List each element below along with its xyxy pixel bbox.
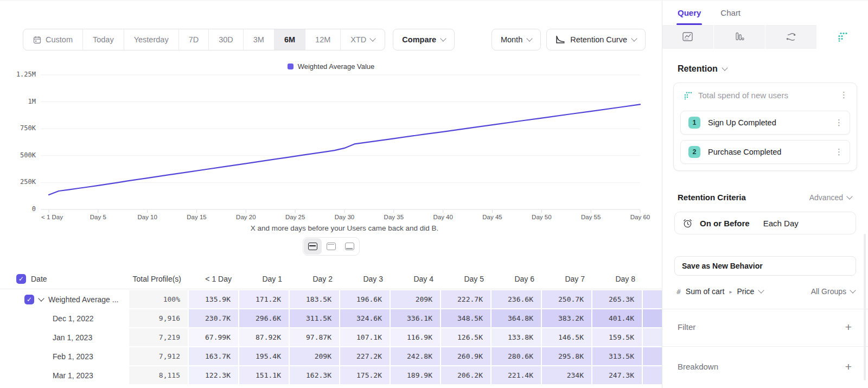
retention-chart: X and more days before your Users came b… [0, 58, 662, 237]
behavior-title-row[interactable]: Total spend of new users ⋮ [674, 83, 857, 105]
behavior-step-1[interactable]: 1 Sign Up Completed ⋮ [680, 111, 850, 135]
tab-chart-label: Chart [720, 8, 741, 17]
advanced-dropdown[interactable]: Advanced [809, 193, 852, 202]
select-all-checkbox[interactable] [16, 274, 26, 284]
retention-value-cell-partial [643, 328, 662, 347]
retention-value-cell: 265.3K [592, 290, 643, 309]
date-range-yesterday[interactable]: Yesterday [124, 29, 178, 50]
query-panel: Query Chart [662, 1, 868, 388]
retention-value-cell: 280.6K [492, 347, 542, 366]
report-type-insights[interactable] [662, 25, 713, 49]
number-property-icon: # [676, 288, 681, 296]
metric-selector[interactable]: # Sum of cart ▸ Price [676, 287, 763, 296]
tab-query[interactable]: Query [678, 1, 701, 25]
retention-value-cell: 67.99K [189, 328, 239, 347]
column-header-day-6[interactable]: Day 6 [492, 269, 542, 289]
kebab-menu-icon[interactable]: ⋮ [835, 148, 843, 156]
date-range-3m[interactable]: 3M [243, 29, 274, 50]
table-row[interactable]: Jan 1, 20237,21967.99K87.92K97.87K107.1K… [0, 328, 662, 347]
table-row[interactable]: Mar 1, 20238,115122.3K151.1K162.3K175.2K… [0, 366, 662, 385]
date-range-custom[interactable]: Custom [23, 29, 82, 50]
column-header-day-2[interactable]: Day 2 [290, 269, 340, 289]
column-header--1-day[interactable]: < 1 Day [189, 269, 239, 289]
retention-value-cell: 236.6K [492, 290, 542, 309]
chevron-down-icon [370, 35, 376, 41]
granularity-dropdown[interactable]: Month [492, 29, 541, 50]
retention-value-cell: 311.5K [290, 309, 340, 328]
column-header-day-1[interactable]: Day 1 [239, 269, 290, 289]
retention-curve-plot [0, 58, 662, 237]
table-row[interactable]: Feb 1, 20237,912163.7K195.4K209K227.2K24… [0, 347, 662, 366]
column-header-day-3[interactable]: Day 3 [340, 269, 391, 289]
retention-value-cell: 175.2K [340, 366, 391, 385]
chart-only-view-icon [327, 243, 336, 250]
view-toggle-chart-only[interactable] [322, 238, 340, 255]
report-type-flows[interactable] [765, 25, 816, 49]
add-filter-button[interactable]: + [845, 321, 852, 333]
retention-icon [837, 31, 848, 42]
add-breakdown-button[interactable]: + [845, 361, 852, 372]
retention-value-cell-partial [643, 366, 662, 385]
retention-value-cell: 336.1K [391, 309, 441, 328]
y-axis-tick-label: 0 [0, 205, 36, 213]
table-row[interactable]: Dec 1, 20229,916230.7K296.6K311.5K324.6K… [0, 309, 662, 328]
retention-value-cell: 196.6K [340, 290, 391, 309]
behavior-step-2[interactable]: 2 Purchase Completed ⋮ [680, 140, 850, 164]
toolbar-left-group: CustomTodayYesterday7D30D3M6M12MXTD Comp… [23, 29, 455, 50]
expand-chevron-icon[interactable] [38, 295, 44, 301]
date-range-xtd[interactable]: XTD [340, 29, 385, 50]
retention-value-cell-partial [643, 309, 662, 328]
filter-section: Filter + [678, 320, 852, 333]
retention-value-cell: 313.5K [592, 347, 643, 366]
retention-criteria-card[interactable]: On or Before Each Day [674, 212, 856, 234]
row-checkbox[interactable] [24, 295, 34, 304]
date-range-30d[interactable]: 30D [208, 29, 243, 50]
table-row[interactable]: Weighted Average ...100%135.9K171.2K183.… [0, 290, 662, 309]
y-axis-tick-label: 750K [0, 124, 36, 132]
chevron-down-icon [846, 193, 852, 199]
table-header-row: DateTotal Profile(s)< 1 DayDay 1Day 2Day… [0, 269, 662, 289]
report-toolbar: CustomTodayYesterday7D30D3M6M12MXTD Comp… [23, 29, 646, 50]
column-header-day-5[interactable]: Day 5 [441, 269, 492, 289]
date-range-12m[interactable]: 12M [305, 29, 340, 50]
retention-value-cell: 227.2K [340, 347, 391, 366]
criteria-heading: Retention Criteria [678, 193, 746, 202]
compare-button[interactable]: Compare [393, 29, 455, 50]
report-type-retention[interactable] [817, 25, 868, 49]
chart-type-dropdown[interactable]: Retention Curve [546, 29, 646, 50]
date-range-7d[interactable]: 7D [178, 29, 209, 50]
retention-value-cell: 151.1K [239, 366, 290, 385]
kebab-menu-icon[interactable]: ⋮ [840, 91, 848, 99]
retention-value-cell: 234K [542, 366, 592, 385]
column-header-day-4[interactable]: Day 4 [391, 269, 441, 289]
date-range-label: 6M [284, 35, 295, 44]
behavior-card: Total spend of new users ⋮ 1 Sign Up Com… [673, 82, 857, 171]
funnels-icon [734, 32, 745, 42]
date-range-today[interactable]: Today [82, 29, 124, 50]
row-label-cell: Jan 1, 2023 [16, 328, 129, 347]
report-type-funnels[interactable] [714, 25, 765, 49]
groups-dropdown[interactable]: All Groups [811, 287, 855, 296]
row-label: Weighted Average ... [48, 295, 118, 304]
view-toggle-split[interactable] [304, 238, 322, 255]
column-header-day-8[interactable]: Day 8 [592, 269, 643, 289]
date-range-6m[interactable]: 6M [274, 29, 305, 50]
column-header-total-profile-s-[interactable]: Total Profile(s) [129, 269, 189, 289]
criteria-window: Each Day [763, 219, 799, 228]
view-toggle-table-only[interactable] [341, 238, 359, 255]
column-header-day-7[interactable]: Day 7 [542, 269, 592, 289]
chevron-down-icon [722, 65, 727, 71]
retention-section-header[interactable]: Retention [678, 64, 868, 74]
kebab-menu-icon[interactable]: ⋮ [835, 119, 843, 127]
retention-value-cell: 250.7K [542, 290, 592, 309]
save-as-new-behavior-button[interactable]: Save as New Behavior [674, 256, 856, 276]
row-label: Feb 1, 2023 [53, 352, 93, 361]
chart-type-label: Retention Curve [570, 35, 627, 44]
row-label: Mar 1, 2023 [53, 371, 93, 380]
criteria-condition: On or Before [700, 219, 750, 228]
tab-query-label: Query [678, 8, 701, 17]
retention-value-cell: 209K [290, 347, 340, 366]
tab-chart[interactable]: Chart [720, 1, 741, 25]
x-axis-tick-label: Day 30 [323, 214, 366, 220]
metric-property: Price [737, 287, 754, 296]
